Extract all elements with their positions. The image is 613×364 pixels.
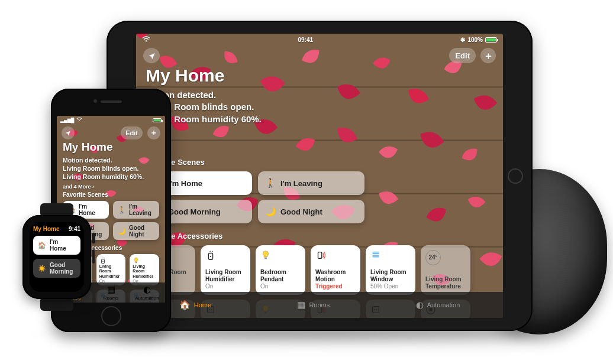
temperature-badge: 24°	[425, 250, 441, 265]
tab-rooms[interactable]: ▦ Rooms	[93, 282, 129, 303]
automation-tab-icon: ◐	[143, 284, 151, 295]
watch-side-button[interactable]	[92, 249, 95, 264]
scene-label: I'm Leaving	[129, 203, 154, 216]
edit-button[interactable]: Edit	[449, 48, 476, 63]
scene-label: Good Night	[129, 225, 154, 238]
automation-tab-icon: ◐	[416, 300, 424, 310]
svg-rect-10	[318, 252, 322, 259]
bluetooth-icon: ✱	[460, 37, 465, 43]
accessory-tile[interactable]: Living Room Window50% Open	[366, 245, 415, 295]
scene-good-morning[interactable]: ☀️ Good Morning	[33, 259, 80, 278]
tab-label: Home	[194, 301, 211, 308]
watch-title: My Home	[33, 226, 59, 232]
blinds-icon	[370, 250, 411, 261]
accessory-state: 50% Open	[370, 283, 411, 290]
tab-automation[interactable]: ◐ Automation	[129, 282, 165, 303]
more-link[interactable]: and 4 More ›	[63, 184, 144, 190]
ipad-home-button[interactable]	[508, 168, 523, 184]
thermo-icon: 24°	[425, 250, 466, 261]
scene-good-night[interactable]: 🌙 Good Night	[258, 200, 364, 223]
wifi-icon	[76, 117, 82, 123]
accessory-name: Living Room Humidifier	[99, 264, 123, 279]
accessory-state: On	[205, 283, 246, 290]
battery-icon	[485, 37, 497, 43]
sun-icon: ☀️	[38, 265, 46, 272]
bulb-icon	[260, 250, 301, 261]
accessory-tile[interactable]: Washroom MotionTriggered	[311, 245, 360, 295]
location-button[interactable]	[143, 48, 160, 63]
scene-im-home[interactable]: 🏠 I'm Home	[33, 236, 80, 255]
iphone-status-bar: ▂▄▆█	[57, 116, 165, 124]
add-button[interactable]: ＋	[480, 48, 496, 63]
watch-screen: My Home 9:41 🏠 I'm Home ☀️ Good Morning	[30, 222, 84, 292]
wifi-icon	[142, 36, 150, 43]
location-button[interactable]	[62, 126, 75, 139]
iphone-speaker	[101, 100, 122, 103]
accessory-tile[interactable]: 24°Living Room Temperature	[421, 245, 470, 295]
watch-band-top	[40, 203, 73, 215]
signal-icon: ▂▄▆█	[60, 118, 74, 123]
home-tab-icon: 🏠	[179, 300, 191, 310]
scene-label: I'm Home	[50, 239, 76, 252]
section-title-scenes: Favorite Scenes	[63, 191, 159, 198]
accessory-tile[interactable]: Bedroom PendantOn	[256, 245, 305, 295]
scene-label: Good Morning	[50, 262, 76, 275]
battery-pct: 100%	[467, 37, 483, 43]
accessory-state: On	[260, 283, 301, 290]
tab-automation[interactable]: ◐ Automation	[416, 300, 460, 310]
motion-icon	[315, 250, 356, 261]
edit-button[interactable]: Edit	[121, 126, 143, 139]
scene-label: I'm Home	[168, 179, 202, 188]
tab-home[interactable]: 🏠 Home	[179, 300, 211, 310]
favorite-scenes-section: Favorite Scenes 🏠 I'm Home 🚶 I'm Leaving…	[146, 158, 493, 228]
watch-time: 9:41	[69, 226, 80, 232]
iphone-camera	[93, 99, 97, 103]
watch-band-bottom	[40, 299, 73, 311]
home-title: My Home	[63, 141, 144, 154]
tab-label: Rooms	[309, 301, 330, 308]
accessory-name: Living Room Temperature	[425, 276, 466, 290]
scene-label: Good Night	[280, 207, 322, 216]
section-title-accessories: Favorite Accessories	[146, 232, 493, 240]
accessory-tile[interactable]: Living Room HumidifierOn	[130, 254, 159, 285]
accessory-state: Triggered	[315, 283, 356, 290]
scene-label: Good Morning	[168, 207, 221, 216]
home-title: My Home	[146, 66, 262, 86]
tab-label: Rooms	[104, 295, 118, 301]
section-title-scenes: Favorite Scenes	[146, 158, 493, 167]
watch-crown[interactable]	[92, 233, 95, 243]
tab-label: Automation	[135, 295, 159, 301]
iphone-home-button[interactable]	[101, 306, 121, 326]
tab-rooms[interactable]: ▦ Rooms	[297, 300, 330, 310]
battery-icon	[153, 118, 162, 122]
accessory-tile[interactable]: Living Room HumidifierOn	[96, 254, 126, 285]
home-summary: My Home Motion detected. Living Room bli…	[63, 141, 144, 190]
accessory-name: Living Room Window	[370, 269, 411, 283]
watch-device: My Home 9:41 🏠 I'm Home ☀️ Good Morning	[18, 207, 96, 307]
scene-im-leaving[interactable]: 🚶 I'm Leaving	[113, 201, 159, 219]
humidifier-icon	[99, 257, 123, 264]
bulb-icon	[133, 257, 156, 264]
accessory-name: Living Room Humidifier	[205, 269, 246, 283]
walk-icon: 🚶	[118, 206, 126, 214]
moon-icon: 🌙	[118, 228, 126, 235]
walk-icon: 🚶	[265, 178, 276, 188]
status-time: 09:41	[298, 37, 313, 43]
accessory-name: Living Room Humidifier	[133, 264, 156, 279]
svg-point-31	[102, 261, 103, 261]
add-button[interactable]: ＋	[147, 126, 160, 139]
scene-good-night[interactable]: 🌙 Good Night	[113, 222, 159, 240]
moon-icon: 🌙	[265, 206, 276, 217]
rooms-tab-icon: ▦	[297, 300, 305, 310]
scene-im-leaving[interactable]: 🚶 I'm Leaving	[258, 171, 364, 195]
accessory-name: Washroom Motion	[315, 269, 356, 283]
ipad-status-bar: 09:41 ✱ 100%	[136, 34, 503, 46]
tab-bar: 🏠 Home ▦ Rooms ◐ Automation	[136, 292, 503, 318]
scene-label: I'm Leaving	[280, 179, 322, 188]
accessory-tile[interactable]: Living Room HumidifierOn	[201, 245, 250, 295]
svg-rect-9	[264, 258, 267, 259]
humidifier-icon	[205, 250, 246, 261]
watch-case: My Home 9:41 🏠 I'm Home ☀️ Good Morning	[22, 215, 91, 299]
tab-label: Automation	[427, 301, 460, 308]
accessory-name: Bedroom Pendant	[260, 269, 301, 283]
